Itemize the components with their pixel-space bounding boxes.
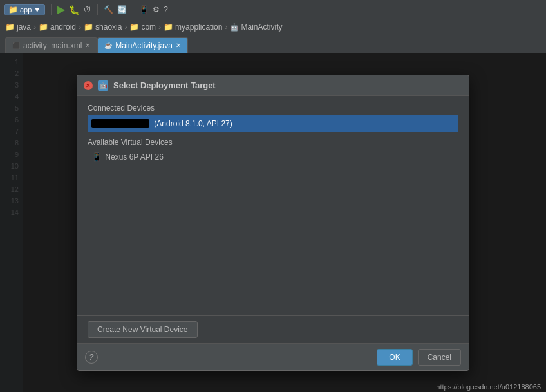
breadcrumb-mainactivity[interactable]: 🤖 MainActivity [230,23,282,32]
chevron-down-icon: ▼ [33,6,41,14]
connected-devices-header: Connected Devices [88,104,458,113]
separator-2 [97,4,98,15]
folder-icon: 📁 [84,23,93,32]
android-icon: 🤖 [230,23,239,32]
app-label: app [20,6,32,14]
body-spacer [88,166,458,308]
breadcrumb-com[interactable]: 📁 com [129,23,156,32]
debug-icon[interactable]: 🐛 [69,5,80,15]
breadcrumb-java[interactable]: 📁 java [5,23,31,32]
help-button[interactable]: ? [85,351,98,364]
app-run-config[interactable]: 📁 app ▼ [4,4,45,15]
folder-icon: 📁 [8,5,18,14]
virtual-device-name: Nexus 6P API 26 [88,149,458,166]
cancel-button[interactable]: Cancel [418,349,461,366]
breadcrumb-android[interactable]: 📁 android [39,23,76,32]
connected-device-detail: (Android 8.1.0, API 27) [154,119,232,128]
ok-button[interactable]: OK [377,349,412,366]
run-icon[interactable]: ▶ [57,3,65,15]
android-logo-icon: 🤖 [99,82,107,89]
build-icon[interactable]: 🔨 [104,5,113,14]
folder-icon: 📁 [5,23,15,32]
select-deployment-dialog: ✕ 🤖 Select Deployment Target Connected D… [77,75,469,371]
tab-activity-main[interactable]: ⬛ activity_main.xml ✕ [5,37,97,53]
top-toolbar: 📁 app ▼ ▶ 🐛 ⏱ 🔨 🔄 📱 ⚙ ? [0,0,546,19]
connected-devices-table: (Android 8.1.0, API 27) [88,115,458,132]
folder-icon: 📁 [164,23,173,32]
folder-icon: 📁 [129,23,139,32]
virtual-devices-header: Available Virtual Devices [88,138,458,147]
tab-bar: ⬛ activity_main.xml ✕ ☕ MainActivity.jav… [0,35,546,53]
breadcrumb-myapplication[interactable]: 📁 myapplication [164,23,222,32]
create-virtual-device-button[interactable]: Create New Virtual Device [88,321,198,338]
dialog-icon: 🤖 [98,80,108,91]
breadcrumb: 📁 java › 📁 android › 📁 shaoxia › 📁 com ›… [0,19,546,35]
dialog-title: Select Deployment Target [113,80,216,90]
watermark: https://blog.csdn.net/u012188065 [436,383,541,391]
separator-1 [51,4,52,15]
profile-icon[interactable]: ⏱ [84,5,91,14]
avd-icon[interactable]: 📱 [139,5,149,14]
connected-device-row[interactable]: (Android 8.1.0, API 27) [88,115,458,132]
dialog-close-button[interactable]: ✕ [84,81,93,90]
close-tab-xml[interactable]: ✕ [85,42,90,49]
separator-3 [133,4,133,15]
xml-file-icon: ⬛ [12,42,20,49]
editor-area: 1 2 3 4 5 6 7 8 9 10 11 12 13 14 ✕ 🤖 Sel… [0,53,546,392]
help-icon[interactable]: ? [164,5,168,14]
dialog-titlebar: ✕ 🤖 Select Deployment Target [77,75,469,96]
connected-devices-section: Connected Devices (Android 8.1.0, API 27… [88,104,458,132]
phone-icon [91,152,100,163]
footer-action-buttons: OK Cancel [377,349,461,366]
dialog-body: Connected Devices (Android 8.1.0, API 27… [77,96,469,315]
close-tab-java[interactable]: ✕ [176,42,181,49]
tab-mainactivity-java[interactable]: ☕ MainActivity.java ✕ [97,37,187,53]
virtual-devices-table: Nexus 6P API 26 [88,149,458,166]
redacted-device-name [91,119,149,128]
section-divider [88,135,458,135]
create-button-area: Create New Virtual Device [77,315,469,343]
folder-icon: 📁 [39,23,48,32]
java-file-icon: ☕ [104,42,112,49]
breadcrumb-shaoxia[interactable]: 📁 shaoxia [84,23,122,32]
connected-device-name: (Android 8.1.0, API 27) [88,115,458,132]
modal-overlay: ✕ 🤖 Select Deployment Target Connected D… [0,53,546,392]
close-icon: ✕ [86,82,91,89]
sdk-icon[interactable]: ⚙ [153,5,160,14]
sync-icon[interactable]: 🔄 [117,5,127,14]
virtual-devices-section: Available Virtual Devices Nexus 6P API 2… [88,138,458,166]
dialog-footer: ? OK Cancel [77,343,469,370]
virtual-device-row[interactable]: Nexus 6P API 26 [88,149,458,166]
